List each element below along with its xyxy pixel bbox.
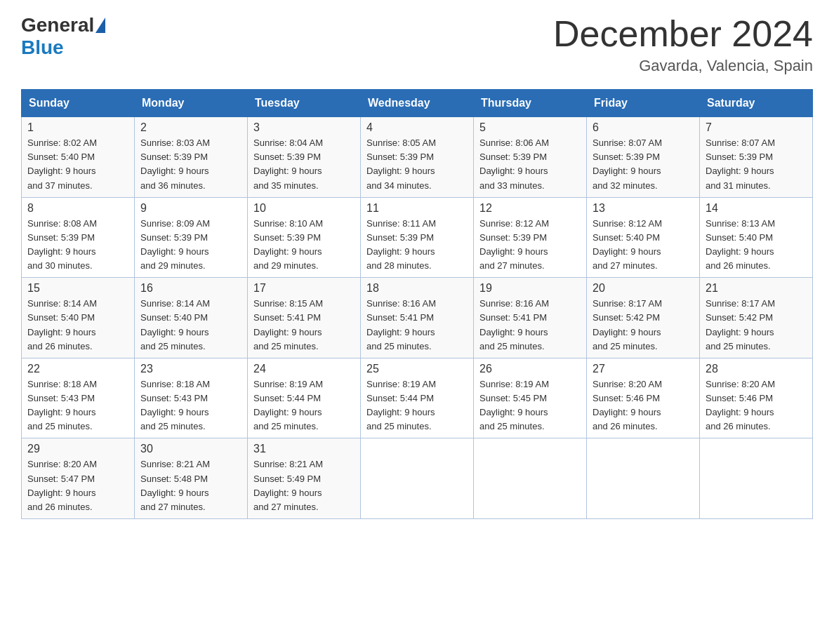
calendar-cell: 3Sunrise: 8:04 AMSunset: 5:39 PMDaylight… xyxy=(248,117,361,198)
day-info: Sunrise: 8:18 AMSunset: 5:43 PMDaylight:… xyxy=(27,377,128,434)
day-info: Sunrise: 8:11 AMSunset: 5:39 PMDaylight:… xyxy=(366,217,468,274)
day-number: 27 xyxy=(593,363,694,375)
logo-blue-text: Blue xyxy=(21,36,64,58)
day-info: Sunrise: 8:04 AMSunset: 5:39 PMDaylight:… xyxy=(253,136,355,193)
calendar-cell: 10Sunrise: 8:10 AMSunset: 5:39 PMDayligh… xyxy=(248,197,361,278)
calendar-body: 1Sunrise: 8:02 AMSunset: 5:40 PMDaylight… xyxy=(22,117,813,519)
week-row-3: 15Sunrise: 8:14 AMSunset: 5:40 PMDayligh… xyxy=(22,278,813,358)
calendar-cell: 5Sunrise: 8:06 AMSunset: 5:39 PMDaylight… xyxy=(474,117,587,198)
calendar-header-row: SundayMondayTuesdayWednesdayThursdayFrid… xyxy=(22,90,813,117)
day-info: Sunrise: 8:21 AMSunset: 5:49 PMDaylight:… xyxy=(253,457,355,514)
day-number: 19 xyxy=(479,282,581,295)
day-number: 4 xyxy=(366,121,468,134)
day-info: Sunrise: 8:10 AMSunset: 5:39 PMDaylight:… xyxy=(253,217,355,274)
calendar-cell: 4Sunrise: 8:05 AMSunset: 5:39 PMDaylight… xyxy=(361,117,474,198)
day-info: Sunrise: 8:17 AMSunset: 5:42 PMDaylight:… xyxy=(593,297,694,354)
day-number: 23 xyxy=(140,363,241,375)
day-header-sunday: Sunday xyxy=(22,90,135,117)
day-number: 14 xyxy=(706,202,807,215)
day-number: 9 xyxy=(140,202,241,215)
day-header-tuesday: Tuesday xyxy=(248,90,361,117)
calendar-cell: 29Sunrise: 8:20 AMSunset: 5:47 PMDayligh… xyxy=(22,438,135,519)
calendar-cell xyxy=(587,438,700,519)
day-info: Sunrise: 8:07 AMSunset: 5:39 PMDaylight:… xyxy=(706,136,807,193)
calendar-cell: 14Sunrise: 8:13 AMSunset: 5:40 PMDayligh… xyxy=(700,197,813,278)
calendar-cell: 30Sunrise: 8:21 AMSunset: 5:48 PMDayligh… xyxy=(135,438,248,519)
day-number: 1 xyxy=(27,121,128,134)
calendar-table: SundayMondayTuesdayWednesdayThursdayFrid… xyxy=(21,89,813,519)
day-number: 21 xyxy=(706,282,807,295)
calendar-cell: 21Sunrise: 8:17 AMSunset: 5:42 PMDayligh… xyxy=(700,278,813,358)
calendar-cell: 18Sunrise: 8:16 AMSunset: 5:41 PMDayligh… xyxy=(361,278,474,358)
day-number: 25 xyxy=(366,363,468,375)
day-info: Sunrise: 8:19 AMSunset: 5:44 PMDaylight:… xyxy=(366,377,468,434)
day-header-thursday: Thursday xyxy=(474,90,587,117)
title-block: December 2024 Gavarda, Valencia, Spain xyxy=(553,14,813,75)
calendar-cell: 12Sunrise: 8:12 AMSunset: 5:39 PMDayligh… xyxy=(474,197,587,278)
day-number: 7 xyxy=(706,121,807,134)
calendar-cell: 17Sunrise: 8:15 AMSunset: 5:41 PMDayligh… xyxy=(248,278,361,358)
day-info: Sunrise: 8:20 AMSunset: 5:46 PMDaylight:… xyxy=(706,377,807,434)
day-info: Sunrise: 8:16 AMSunset: 5:41 PMDaylight:… xyxy=(366,297,468,354)
day-info: Sunrise: 8:15 AMSunset: 5:41 PMDaylight:… xyxy=(253,297,355,354)
calendar-cell: 13Sunrise: 8:12 AMSunset: 5:40 PMDayligh… xyxy=(587,197,700,278)
day-number: 12 xyxy=(479,202,581,215)
day-number: 20 xyxy=(593,282,694,295)
day-info: Sunrise: 8:12 AMSunset: 5:40 PMDaylight:… xyxy=(593,217,694,274)
calendar-cell: 22Sunrise: 8:18 AMSunset: 5:43 PMDayligh… xyxy=(22,358,135,438)
week-row-4: 22Sunrise: 8:18 AMSunset: 5:43 PMDayligh… xyxy=(22,358,813,438)
day-number: 22 xyxy=(27,363,128,375)
day-info: Sunrise: 8:14 AMSunset: 5:40 PMDaylight:… xyxy=(140,297,241,354)
day-info: Sunrise: 8:05 AMSunset: 5:39 PMDaylight:… xyxy=(366,136,468,193)
day-info: Sunrise: 8:08 AMSunset: 5:39 PMDaylight:… xyxy=(27,217,128,274)
day-info: Sunrise: 8:13 AMSunset: 5:40 PMDaylight:… xyxy=(706,217,807,274)
day-info: Sunrise: 8:21 AMSunset: 5:48 PMDaylight:… xyxy=(140,457,241,514)
calendar-cell: 24Sunrise: 8:19 AMSunset: 5:44 PMDayligh… xyxy=(248,358,361,438)
day-info: Sunrise: 8:18 AMSunset: 5:43 PMDaylight:… xyxy=(140,377,241,434)
month-title: December 2024 xyxy=(553,14,813,54)
calendar-cell: 2Sunrise: 8:03 AMSunset: 5:39 PMDaylight… xyxy=(135,117,248,198)
logo: General Blue xyxy=(21,14,107,59)
day-info: Sunrise: 8:12 AMSunset: 5:39 PMDaylight:… xyxy=(479,217,581,274)
week-row-1: 1Sunrise: 8:02 AMSunset: 5:40 PMDaylight… xyxy=(22,117,813,198)
calendar-cell xyxy=(700,438,813,519)
day-number: 18 xyxy=(366,282,468,295)
calendar-cell: 27Sunrise: 8:20 AMSunset: 5:46 PMDayligh… xyxy=(587,358,700,438)
calendar-cell: 1Sunrise: 8:02 AMSunset: 5:40 PMDaylight… xyxy=(22,117,135,198)
calendar-cell: 31Sunrise: 8:21 AMSunset: 5:49 PMDayligh… xyxy=(248,438,361,519)
calendar-cell xyxy=(361,438,474,519)
day-number: 26 xyxy=(479,363,581,375)
calendar-cell: 6Sunrise: 8:07 AMSunset: 5:39 PMDaylight… xyxy=(587,117,700,198)
location-title: Gavarda, Valencia, Spain xyxy=(553,57,813,75)
day-info: Sunrise: 8:17 AMSunset: 5:42 PMDaylight:… xyxy=(706,297,807,354)
day-info: Sunrise: 8:19 AMSunset: 5:45 PMDaylight:… xyxy=(479,377,581,434)
week-row-2: 8Sunrise: 8:08 AMSunset: 5:39 PMDaylight… xyxy=(22,197,813,278)
day-number: 28 xyxy=(706,363,807,375)
day-info: Sunrise: 8:02 AMSunset: 5:40 PMDaylight:… xyxy=(27,136,128,193)
calendar-cell: 28Sunrise: 8:20 AMSunset: 5:46 PMDayligh… xyxy=(700,358,813,438)
day-info: Sunrise: 8:14 AMSunset: 5:40 PMDaylight:… xyxy=(27,297,128,354)
day-number: 24 xyxy=(253,363,355,375)
day-info: Sunrise: 8:06 AMSunset: 5:39 PMDaylight:… xyxy=(479,136,581,193)
day-header-saturday: Saturday xyxy=(700,90,813,117)
logo-general-text: General xyxy=(21,14,94,36)
day-number: 30 xyxy=(140,443,241,455)
day-info: Sunrise: 8:20 AMSunset: 5:46 PMDaylight:… xyxy=(593,377,694,434)
day-number: 29 xyxy=(27,443,128,455)
day-number: 8 xyxy=(27,202,128,215)
day-header-friday: Friday xyxy=(587,90,700,117)
calendar-cell: 7Sunrise: 8:07 AMSunset: 5:39 PMDaylight… xyxy=(700,117,813,198)
calendar-cell: 23Sunrise: 8:18 AMSunset: 5:43 PMDayligh… xyxy=(135,358,248,438)
calendar-cell: 25Sunrise: 8:19 AMSunset: 5:44 PMDayligh… xyxy=(361,358,474,438)
day-number: 17 xyxy=(253,282,355,295)
day-info: Sunrise: 8:03 AMSunset: 5:39 PMDaylight:… xyxy=(140,136,241,193)
day-info: Sunrise: 8:19 AMSunset: 5:44 PMDaylight:… xyxy=(253,377,355,434)
day-number: 31 xyxy=(253,443,355,455)
week-row-5: 29Sunrise: 8:20 AMSunset: 5:47 PMDayligh… xyxy=(22,438,813,519)
day-header-monday: Monday xyxy=(135,90,248,117)
page-header: General Blue December 2024 Gavarda, Vale… xyxy=(21,14,813,75)
day-number: 11 xyxy=(366,202,468,215)
day-info: Sunrise: 8:09 AMSunset: 5:39 PMDaylight:… xyxy=(140,217,241,274)
calendar-cell: 19Sunrise: 8:16 AMSunset: 5:41 PMDayligh… xyxy=(474,278,587,358)
calendar-cell: 16Sunrise: 8:14 AMSunset: 5:40 PMDayligh… xyxy=(135,278,248,358)
